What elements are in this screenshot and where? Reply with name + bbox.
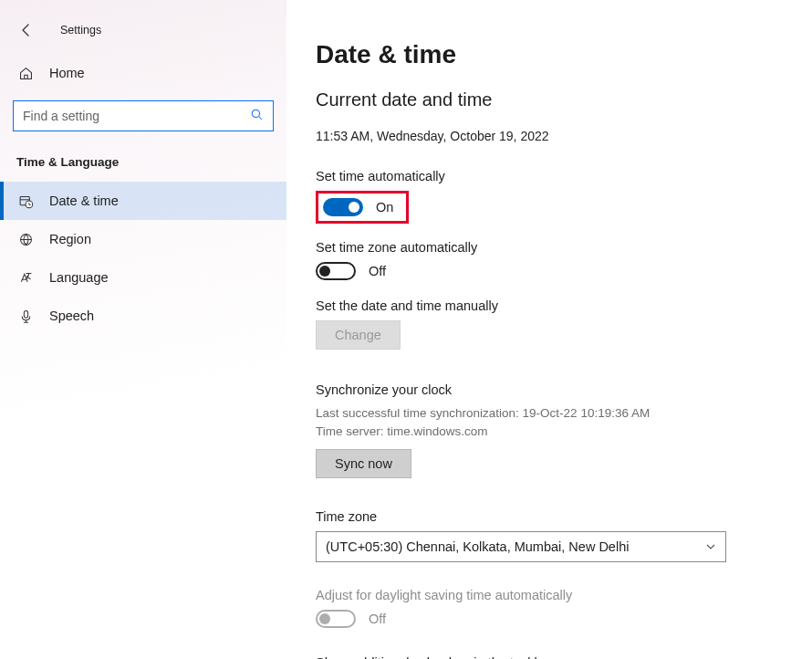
sidebar: Settings Home Time & Language Date & tim… [0, 0, 286, 659]
main-content: Date & time Current date and time 11:53 … [286, 0, 812, 659]
auto-tz-label: Set time zone automatically [316, 240, 783, 255]
sync-title: Synchronize your clock [316, 382, 783, 397]
sync-server: Time server: time.windows.com [316, 423, 783, 441]
manual-label: Set the date and time manually [316, 298, 783, 313]
auto-tz-toggle[interactable] [316, 262, 356, 280]
sync-last: Last successful time synchronization: 19… [316, 404, 783, 423]
sidebar-item-speech[interactable]: Speech [0, 297, 286, 335]
auto-time-toggle[interactable] [323, 198, 363, 216]
title-bar: Settings [0, 11, 286, 49]
sidebar-item-label: Date & time [49, 194, 119, 208]
search-box[interactable] [13, 100, 274, 131]
sync-info: Last successful time synchronization: 19… [316, 404, 783, 440]
timezone-section: Time zone (UTC+05:30) Chennai, Kolkata, … [316, 509, 783, 562]
page-title: Date & time [316, 40, 783, 69]
back-icon[interactable] [18, 22, 35, 38]
sidebar-item-label: Region [49, 232, 91, 246]
sidebar-item-region[interactable]: Region [0, 220, 286, 258]
sync-now-button[interactable]: Sync now [316, 449, 411, 478]
auto-time-label: Set time automatically [316, 169, 783, 183]
sidebar-item-label: Language [49, 270, 109, 285]
dst-section: Adjust for daylight saving time automati… [316, 588, 783, 628]
chevron-down-icon [705, 541, 716, 552]
dst-label: Adjust for daylight saving time automati… [316, 588, 783, 602]
home-nav[interactable]: Home [0, 55, 286, 91]
dst-state: Off [369, 612, 386, 626]
dst-toggle [316, 610, 356, 628]
sync-section: Synchronize your clock Last successful t… [316, 382, 783, 478]
calendar-clock-icon [18, 194, 35, 209]
app-title: Settings [60, 24, 101, 37]
search-input[interactable] [23, 109, 250, 123]
svg-point-0 [252, 110, 259, 117]
sidebar-item-language[interactable]: Language [0, 258, 286, 297]
sidebar-item-label: Speech [49, 309, 94, 323]
section-label: Time & Language [16, 155, 286, 169]
current-datetime: 11:53 AM, Wednesday, October 19, 2022 [316, 129, 783, 143]
subtitle: Current date and time [316, 89, 783, 110]
microphone-icon [18, 309, 35, 324]
search-container [13, 100, 274, 131]
svg-rect-4 [24, 310, 27, 318]
auto-tz-state: Off [369, 264, 386, 278]
auto-time-state: On [376, 200, 393, 214]
timezone-value: (UTC+05:30) Chennai, Kolkata, Mumbai, Ne… [326, 539, 629, 554]
sidebar-item-date-time[interactable]: Date & time [0, 182, 286, 220]
home-icon [18, 66, 35, 81]
change-button: Change [316, 320, 401, 350]
search-icon [250, 108, 264, 125]
highlight-annotation: On [316, 191, 409, 224]
globe-icon [18, 232, 35, 247]
additional-calendars-label: Show additional calendars in the taskbar [316, 655, 783, 659]
timezone-select[interactable]: (UTC+05:30) Chennai, Kolkata, Mumbai, Ne… [316, 531, 726, 562]
home-label: Home [49, 66, 85, 80]
language-icon [18, 270, 35, 286]
tz-label: Time zone [316, 509, 783, 524]
